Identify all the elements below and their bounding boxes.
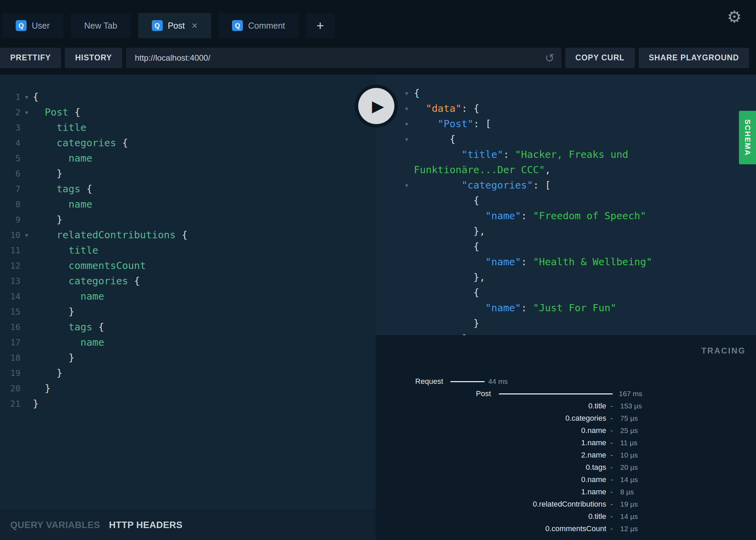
line-number: 6 <box>0 166 20 181</box>
line-number: 17 <box>0 335 20 350</box>
copy-curl-button[interactable]: COPY CURL <box>565 48 635 68</box>
line-number: 3 <box>0 120 20 135</box>
code-text: } <box>33 381 50 396</box>
code-text: "title": "Hacker, Freaks und <box>414 147 628 162</box>
trace-dash: - <box>608 461 615 474</box>
fold-arrow-icon[interactable]: ▾ <box>399 178 414 193</box>
line-number: 18 <box>0 350 20 365</box>
trace-label: 0.title <box>376 510 606 523</box>
code-line: { <box>376 239 756 254</box>
main-area: 1▾{2▾ Post {3 title4 categories {5 name6… <box>0 75 756 540</box>
fold-arrow-icon[interactable]: ▾ <box>20 227 33 243</box>
code-text: } <box>33 304 74 319</box>
tab-bar: QUserNew TabQPost×QComment + ⚙ <box>0 0 756 46</box>
tab-list: QUserNew TabQPost×QComment <box>2 13 306 38</box>
trace-time: 167 ms <box>619 388 642 400</box>
code-text: relatedContributions { <box>33 227 188 243</box>
code-line: 19 } <box>0 365 376 381</box>
query-editor[interactable]: 1▾{2▾ Post {3 title4 categories {5 name6… <box>0 75 376 510</box>
trace-duration-bar <box>499 393 613 394</box>
code-line: 8 name <box>0 197 376 212</box>
play-icon: ▶ <box>372 98 384 114</box>
schema-sidebar-tab[interactable]: SCHEMA <box>739 111 756 164</box>
code-text: "data": { <box>414 101 479 116</box>
line-number: 8 <box>0 197 20 212</box>
fold-arrow-icon[interactable]: ▾ <box>399 132 414 147</box>
trace-label: 0.name <box>376 474 606 486</box>
trace-time: 75 µs <box>620 412 638 424</box>
code-line: 16 tags { <box>0 319 376 335</box>
history-button[interactable]: HISTORY <box>65 48 122 68</box>
code-text: commentsCount <box>33 258 146 273</box>
code-line: ▾ "categories": [ <box>376 178 756 193</box>
execute-query-button[interactable]: ▶ <box>355 85 398 127</box>
fold-gutter <box>399 300 414 316</box>
add-tab-button[interactable]: + <box>306 13 335 38</box>
code-line: 2▾ Post { <box>0 105 376 120</box>
code-line: ▾ "Post": [ <box>376 116 756 132</box>
code-line: "name": "Health & Wellbeing" <box>376 254 756 270</box>
trace-row: 0.commentsCount-12 µs <box>376 523 756 535</box>
close-tab-icon[interactable]: × <box>192 20 198 31</box>
code-line: "title": "Hacker, Freaks und <box>376 147 756 162</box>
trace-row: 1.name-8 µs <box>376 486 756 498</box>
trace-time: 25 µs <box>620 424 638 437</box>
trace-time: 10 µs <box>620 449 638 461</box>
code-line: { <box>376 193 756 208</box>
fold-arrow-icon[interactable]: ▾ <box>399 86 414 101</box>
fold-gutter <box>399 162 414 178</box>
tab-comment[interactable]: QComment <box>218 13 299 38</box>
tab-user[interactable]: QUser <box>2 13 63 38</box>
trace-row: 0.title-153 µs <box>376 400 756 412</box>
fold-gutter <box>20 243 33 258</box>
prettify-button[interactable]: PRETTIFY <box>0 48 61 68</box>
tab-post[interactable]: QPost× <box>138 13 212 38</box>
code-text: name <box>33 151 92 166</box>
trace-label: 0.relatedContributions <box>376 498 606 510</box>
settings-gear-icon[interactable]: ⚙ <box>727 9 742 25</box>
code-line: ▾ "data": { <box>376 101 756 116</box>
http-headers-toggle[interactable]: HTTP HEADERS <box>109 520 183 530</box>
code-text: categories { <box>33 273 140 289</box>
trace-row: Request44 ms <box>376 375 756 388</box>
tab-label: User <box>32 21 50 31</box>
tab-label: Comment <box>248 21 285 31</box>
fold-gutter <box>20 350 33 365</box>
code-text: { <box>414 285 479 300</box>
trace-label: 2.name <box>376 449 606 461</box>
trace-time: 44 ms <box>488 375 508 388</box>
fold-gutter <box>20 120 33 135</box>
line-number: 4 <box>0 135 20 151</box>
fold-gutter <box>20 289 33 304</box>
code-text: categories { <box>33 135 128 151</box>
code-text: }, <box>414 270 485 285</box>
code-line: 5 name <box>0 151 376 166</box>
trace-row: 1.name-11 µs <box>376 437 756 449</box>
code-line: ], <box>376 331 756 335</box>
fold-arrow-icon[interactable]: ▾ <box>399 116 414 132</box>
fold-arrow-icon[interactable]: ▾ <box>20 89 33 105</box>
query-variables-toggle[interactable]: QUERY VARIABLES <box>10 520 100 530</box>
results-pane: ▾{▾ "data": {▾ "Post": [▾ { "title": "Ha… <box>376 75 756 540</box>
share-playground-button[interactable]: SHARE PLAYGROUND <box>639 48 749 68</box>
code-line: 17 name <box>0 335 376 350</box>
code-line: 14 name <box>0 289 376 304</box>
endpoint-url-input[interactable]: http://localhost:4000/ ↺ <box>126 48 561 68</box>
reset-endpoint-icon[interactable]: ↺ <box>545 52 555 64</box>
trace-dash: - <box>608 449 615 461</box>
fold-arrow-icon[interactable]: ▾ <box>20 105 33 120</box>
query-badge-icon: Q <box>152 20 163 31</box>
trace-label: 1.name <box>376 437 606 449</box>
fold-arrow-icon[interactable]: ▾ <box>399 101 414 116</box>
line-number: 15 <box>0 304 20 319</box>
fold-gutter <box>20 135 33 151</box>
graphql-playground-window: QUserNew TabQPost×QComment + ⚙ PRETTIFY … <box>0 0 756 540</box>
code-line: ▾{ <box>376 86 756 101</box>
code-line: }, <box>376 270 756 285</box>
code-text: { <box>33 89 39 105</box>
tab-new-tab[interactable]: New Tab <box>71 13 131 38</box>
trace-dash: - <box>608 523 615 535</box>
response-viewer[interactable]: ▾{▾ "data": {▾ "Post": [▾ { "title": "Ha… <box>376 75 756 335</box>
code-line: ▾ { <box>376 132 756 147</box>
code-text: "name": "Health & Wellbeing" <box>414 254 652 270</box>
